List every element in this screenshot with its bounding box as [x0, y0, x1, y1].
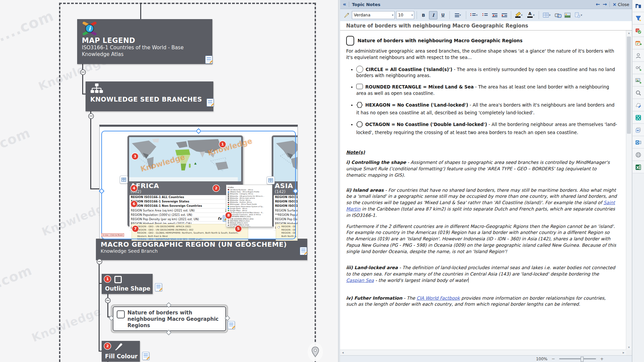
link-item[interactable]: MIDDLE AFRICA (017)	[228, 222, 271, 224]
list-item: OCTAGON = No Coastline ('Double Land-loc…	[356, 121, 618, 136]
search-icon[interactable]	[633, 87, 644, 99]
scroll-up-icon[interactable]: ▴	[626, 31, 632, 36]
format-painter-icon[interactable]	[342, 11, 351, 19]
back-arrow-icon[interactable]: ←	[596, 2, 600, 7]
open-links-button[interactable]	[120, 176, 128, 184]
list-item: ROUNDED RECTANGLE = Mixed Land & Sea - T…	[356, 84, 618, 97]
link-favicon	[228, 225, 229, 226]
hyperlink-caspian-sea[interactable]: Caspian Sea	[346, 278, 374, 283]
marker-badge-8: 8	[225, 212, 232, 219]
collapse-toggle[interactable]	[88, 113, 94, 119]
link-item[interactable]: CIA World Factbook -- Africa	[228, 189, 271, 191]
scroll-right-icon[interactable]: ▸	[621, 350, 626, 355]
fit-map-icon[interactable]	[633, 112, 644, 124]
insert-table-button[interactable]: ▾	[541, 11, 552, 19]
hyperlink-cia-world-factbook[interactable]: CIA World Factbook	[417, 296, 460, 301]
excel-icon[interactable]: X	[633, 161, 644, 173]
link-item[interactable]: SUB-SAHARAN AFRICA (202)	[228, 218, 271, 220]
collapse-toggle[interactable]	[105, 298, 111, 303]
calendar-add-icon[interactable]	[633, 37, 644, 49]
link-item[interactable]: Global Earth Observation System of Sy...	[228, 206, 271, 208]
folder-icon[interactable]	[633, 0, 644, 12]
collapse-panel-icon[interactable]: «	[343, 2, 346, 7]
table-row: REGION ISO3166	[274, 199, 298, 204]
scrollbar-thumb[interactable]	[627, 37, 631, 134]
insert-object-button[interactable]: ▾	[573, 11, 584, 19]
filter-icon[interactable]	[633, 12, 644, 24]
topic-title: Fill Colour	[105, 353, 138, 360]
topic-add-icon[interactable]	[633, 62, 644, 74]
rounded-square-icon	[114, 276, 122, 283]
octagon-shape-icon	[356, 121, 363, 130]
reset-chip[interactable]: In Use - Click to Reset	[101, 233, 124, 237]
bold-button[interactable]: B	[419, 11, 428, 19]
web-icon[interactable]	[633, 149, 644, 161]
person-icon[interactable]	[633, 50, 644, 62]
zoom-out-button[interactable]: −	[551, 357, 555, 361]
link-item[interactable]: WESTERN AFRICA (011)	[228, 220, 271, 222]
link-item[interactable]: Wikipedia - Outline: Africa	[228, 201, 271, 203]
duplicate-icon[interactable]	[633, 124, 644, 136]
font-size-select[interactable]: 10 ▾	[396, 11, 414, 19]
topic-outline-shape[interactable]: 1 Outline Shape	[102, 274, 153, 294]
sketch-icon[interactable]	[633, 99, 644, 111]
horizontal-scrollbar[interactable]: ◂ ▸	[340, 350, 626, 356]
topic-image-macro-region[interactable]: Knowledge Knowledge	[99, 125, 298, 241]
table-row: REGION ISO3166-1 Sovereign States ⚙ 54	[129, 199, 241, 204]
bullet-list-button[interactable]	[481, 11, 489, 19]
link-item[interactable]: NORTHERN AFRICA (015)	[228, 216, 271, 218]
collapse-toggle[interactable]	[97, 259, 102, 264]
link-item[interactable]: Wikivoyage - Africa Travel Guide	[228, 203, 271, 205]
image-add-icon[interactable]	[633, 74, 644, 86]
outlook-icon[interactable]	[633, 136, 644, 148]
insert-link-button[interactable]	[553, 11, 562, 19]
underline-button[interactable]: U	[439, 11, 447, 19]
links-popup[interactable]: Links CIA World Factbook -- Africa UNdat…	[226, 185, 272, 227]
link-item[interactable]: Wikipedia - Category: Africa	[228, 193, 271, 195]
link-item[interactable]: UN Geospatial General Map Library - A...	[228, 212, 271, 214]
forward-arrow-icon[interactable]: →	[603, 2, 607, 7]
link-item[interactable]: Wikimedia Commons - Atlas of Africa	[228, 214, 271, 216]
link-item[interactable]: Wikipedia - Africa main article	[228, 197, 271, 199]
topic-notes-icon[interactable]	[205, 56, 212, 64]
link-item[interactable]: Google Maps - Africa	[228, 210, 271, 212]
numbered-list-button[interactable]: ▾	[469, 11, 479, 19]
zoom-slider[interactable]	[559, 358, 596, 359]
topic-macro-region[interactable]: MACRO GEOGRAPHIC REGION (UN GEOSCHEME) K…	[96, 239, 307, 260]
zoom-in-button[interactable]: +	[600, 357, 604, 361]
link-item[interactable]: Wikipedia - Portal: Africa	[228, 199, 271, 201]
scroll-left-icon[interactable]: ◂	[340, 350, 345, 355]
link-item[interactable]: Google Earth - Africa	[228, 208, 271, 210]
link-item[interactable]: SOUTHERN AFRICA (018)	[228, 226, 271, 227]
link-item[interactable]: EASTERN AFRICA (014)	[228, 224, 271, 226]
vertical-scrollbar[interactable]: ▴ ▾	[626, 31, 632, 350]
note-content[interactable]: Nature of borders with neighbouring Macr…	[340, 31, 626, 350]
table-row: REGION ISO3166	[274, 195, 298, 199]
topic-notes-icon[interactable]	[228, 321, 235, 329]
link-item[interactable]: UNdata Stats - Africa Region Profile	[228, 191, 271, 193]
topic-fill-colour[interactable]: 2 Fill Colour	[102, 341, 140, 362]
topic-notes-icon[interactable]	[142, 352, 149, 360]
topic-notes-icon[interactable]	[155, 283, 162, 291]
align-button[interactable]: ▾	[452, 11, 464, 19]
open-links-button[interactable]	[267, 176, 275, 184]
link-item[interactable]: Wikipedia - UN geoscheme for Africa m...	[228, 195, 271, 197]
task-complete-icon[interactable]	[633, 25, 644, 37]
zoom-slider-thumb[interactable]	[581, 357, 584, 362]
topic-knowledge-seed-branches[interactable]: KNOWLEDGE SEED BRANCHES	[86, 81, 213, 111]
topic-map-legend[interactable]: i MAP LEGEND ISO3166-1 Countries of the …	[77, 19, 212, 64]
topic-notes-icon[interactable]	[207, 99, 214, 107]
insert-image-button[interactable]	[563, 11, 572, 19]
collapse-toggle[interactable]	[80, 69, 86, 75]
italic-button[interactable]: I	[429, 11, 437, 19]
decrease-indent-button[interactable]	[490, 11, 499, 19]
close-button[interactable]: × Close	[612, 2, 629, 7]
mindmap-canvas[interactable]: ....com Knowledge .com Knowledge .com Kn…	[0, 0, 338, 362]
highlight-button[interactable]: ▾	[514, 11, 524, 19]
scroll-down-icon[interactable]: ▾	[626, 345, 632, 350]
topic-notes-icon[interactable]	[300, 247, 307, 255]
increase-indent-button[interactable]	[500, 11, 508, 19]
topic-nature-of-borders-selected[interactable]: Nature of borders with neighbouring Macr…	[111, 304, 228, 333]
font-family-select[interactable]: Verdana ▾	[352, 11, 395, 19]
font-color-button[interactable]: ▾	[526, 11, 536, 19]
